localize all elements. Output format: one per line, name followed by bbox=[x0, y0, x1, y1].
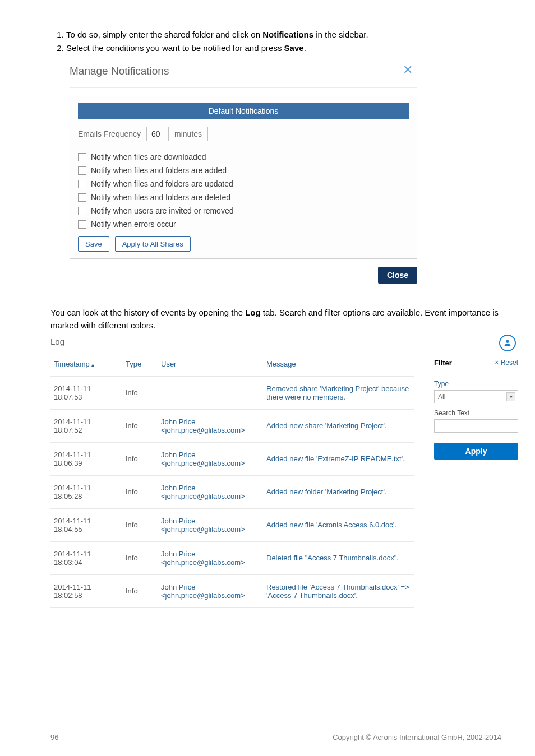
emails-frequency-input[interactable]: 60 bbox=[146, 127, 169, 141]
dialog-title: Manage Notifications bbox=[70, 63, 417, 88]
filter-search-label: Search Text bbox=[434, 409, 518, 417]
log-row: 2014-11-1118:04:55InfoJohn Price<john.pr… bbox=[50, 509, 414, 542]
user-name[interactable]: John Price bbox=[161, 418, 262, 426]
chevron-down-icon: ▾ bbox=[506, 392, 515, 401]
log-row: 2014-11-1118:03:04InfoJohn Price<john.pr… bbox=[50, 542, 414, 575]
log-area: Log Timestamp Type User Message 2014-11-… bbox=[50, 337, 518, 608]
close-button[interactable]: Close bbox=[378, 267, 417, 284]
log-row: 2014-11-1118:07:52InfoJohn Price<john.pr… bbox=[50, 410, 414, 443]
filter-search-input[interactable] bbox=[434, 419, 518, 433]
col-type[interactable]: Type bbox=[126, 360, 156, 368]
save-button[interactable]: Save bbox=[78, 236, 109, 252]
user-name[interactable]: John Price bbox=[161, 484, 262, 492]
log-row: 2014-11-1118:05:28InfoJohn Price<john.pr… bbox=[50, 476, 414, 509]
log-row: 2014-11-1118:02:58InfoJohn Price<john.pr… bbox=[50, 575, 414, 608]
notify-check-0[interactable]: Notify when files are downloaded bbox=[78, 152, 409, 161]
cell-user: John Price<john.price@glilabs.com> bbox=[161, 583, 262, 600]
dialog-close-icon[interactable]: ✕ bbox=[403, 64, 413, 76]
step-2-bold: Save bbox=[284, 43, 304, 53]
log-title: Log bbox=[50, 337, 518, 346]
user-name[interactable]: John Price bbox=[161, 583, 262, 591]
user-mail[interactable]: <john.price@glilabs.com> bbox=[161, 525, 262, 534]
step-1-suffix: in the sidebar. bbox=[313, 30, 368, 39]
svg-point-0 bbox=[506, 340, 509, 342]
cell-message: Added new file 'ExtremeZ-IP README.txt'. bbox=[266, 454, 411, 463]
checkbox-icon[interactable] bbox=[78, 153, 86, 161]
page-number: 96 bbox=[50, 733, 58, 741]
log-header-row: Timestamp Type User Message bbox=[50, 352, 414, 377]
checkbox-icon[interactable] bbox=[78, 193, 86, 202]
log-row: 2014-11-1118:07:53InfoRemoved share 'Mar… bbox=[50, 377, 414, 410]
emails-frequency-unit: minutes bbox=[169, 127, 208, 141]
col-user[interactable]: User bbox=[161, 360, 262, 368]
panel-header: Default Notifications bbox=[78, 103, 409, 119]
step-2-prefix: Select the conditions you want to be not… bbox=[66, 43, 284, 53]
cell-user: John Price<john.price@glilabs.com> bbox=[161, 550, 262, 567]
cell-type: Info bbox=[126, 421, 156, 430]
cell-timestamp: 2014-11-1118:02:58 bbox=[54, 583, 121, 600]
user-mail[interactable]: <john.price@glilabs.com> bbox=[161, 492, 262, 500]
notify-check-2[interactable]: Notify when files and folders are update… bbox=[78, 179, 409, 188]
cell-type: Info bbox=[126, 521, 156, 529]
para-part1: You can look at the history of events by… bbox=[50, 308, 245, 317]
step-2-suffix: . bbox=[304, 43, 306, 53]
filter-title: Filter bbox=[434, 359, 452, 367]
col-timestamp[interactable]: Timestamp bbox=[54, 360, 121, 368]
manage-notifications-dialog: Manage Notifications ✕ Default Notificat… bbox=[70, 63, 417, 284]
user-avatar-icon[interactable] bbox=[499, 335, 516, 351]
user-mail[interactable]: <john.price@glilabs.com> bbox=[161, 558, 262, 567]
filter-apply-button[interactable]: Apply bbox=[434, 443, 518, 460]
user-mail[interactable]: <john.price@glilabs.com> bbox=[161, 459, 262, 467]
default-notifications-panel: Default Notifications Emails Frequency 6… bbox=[70, 96, 417, 259]
notify-check-label: Notify when files and folders are delete… bbox=[91, 193, 230, 202]
notify-check-1[interactable]: Notify when files and folders are added bbox=[78, 166, 409, 175]
notify-check-3[interactable]: Notify when files and folders are delete… bbox=[78, 193, 409, 202]
checkbox-icon[interactable] bbox=[78, 220, 86, 229]
checkbox-icon[interactable] bbox=[78, 180, 86, 188]
user-mail[interactable]: <john.price@glilabs.com> bbox=[161, 426, 262, 434]
filter-type-select[interactable]: All ▾ bbox=[434, 390, 518, 403]
emails-frequency-row: Emails Frequency 60 minutes bbox=[78, 127, 409, 141]
apply-all-shares-button[interactable]: Apply to All Shares bbox=[115, 236, 191, 252]
cell-message: Restored file 'Access 7 Thumbnails.docx'… bbox=[266, 583, 411, 600]
cell-timestamp: 2014-11-1118:07:52 bbox=[54, 418, 121, 434]
step-1-prefix: To do so, simply enter the shared folder… bbox=[66, 30, 262, 39]
cell-timestamp: 2014-11-1118:03:04 bbox=[54, 550, 121, 567]
cell-type: Info bbox=[126, 488, 156, 496]
cell-type: Info bbox=[126, 554, 156, 562]
para-bold: Log bbox=[245, 308, 261, 317]
checkbox-icon[interactable] bbox=[78, 207, 86, 215]
checkbox-icon[interactable] bbox=[78, 166, 86, 175]
notify-check-label: Notify when files and folders are update… bbox=[91, 179, 233, 188]
notify-check-label: Notify when files are downloaded bbox=[91, 152, 206, 161]
log-table: Timestamp Type User Message 2014-11-1118… bbox=[50, 352, 414, 608]
notify-check-label: Notify when files and folders are added bbox=[91, 166, 227, 175]
cell-timestamp: 2014-11-1118:06:39 bbox=[54, 451, 121, 467]
notify-check-label: Notify when errors occur bbox=[91, 220, 176, 229]
cell-message: Deleted file "Access 7 Thumbnails.docx". bbox=[266, 554, 411, 562]
cell-timestamp: 2014-11-1118:04:55 bbox=[54, 517, 121, 534]
cell-message: Added new folder 'Marketing Project'. bbox=[266, 488, 411, 496]
cell-message: Added new file 'Acronis Access 6.0.doc'. bbox=[266, 521, 411, 529]
user-name[interactable]: John Price bbox=[161, 451, 262, 459]
user-mail[interactable]: <john.price@glilabs.com> bbox=[161, 591, 262, 600]
log-paragraph: You can look at the history of events by… bbox=[50, 306, 501, 332]
filter-type-value: All bbox=[438, 393, 445, 401]
cell-type: Info bbox=[126, 587, 156, 595]
cell-message: Removed share 'Marketing Project' becaus… bbox=[266, 384, 411, 401]
notify-check-label: Notify when users are invited or removed bbox=[91, 206, 233, 215]
filter-reset-button[interactable]: × Reset bbox=[495, 359, 518, 367]
notify-check-5[interactable]: Notify when errors occur bbox=[78, 220, 409, 229]
filter-type-label: Type bbox=[434, 380, 518, 388]
emails-frequency-label: Emails Frequency bbox=[78, 129, 146, 138]
filter-panel: Filter × Reset Type All ▾ Search Text Ap… bbox=[427, 352, 518, 465]
col-message[interactable]: Message bbox=[266, 360, 411, 368]
cell-user: John Price<john.price@glilabs.com> bbox=[161, 517, 262, 534]
copyright: Copyright © Acronis International GmbH, … bbox=[333, 733, 501, 741]
user-name[interactable]: John Price bbox=[161, 517, 262, 525]
cell-timestamp: 2014-11-1118:07:53 bbox=[54, 384, 121, 401]
notify-check-4[interactable]: Notify when users are invited or removed bbox=[78, 206, 409, 215]
step-1: To do so, simply enter the shared folder… bbox=[66, 28, 501, 41]
user-name[interactable]: John Price bbox=[161, 550, 262, 558]
cell-user: John Price<john.price@glilabs.com> bbox=[161, 418, 262, 434]
